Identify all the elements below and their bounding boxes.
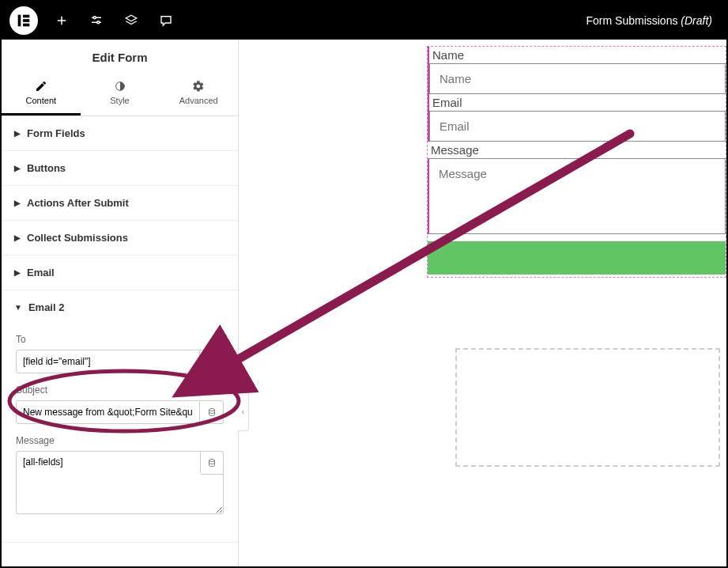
section-form-fields: ▶Form Fields (2, 116, 238, 151)
plus-icon (55, 13, 69, 28)
form-email-input[interactable] (429, 111, 726, 142)
message-textarea[interactable] (16, 451, 224, 514)
svg-marker-10 (126, 15, 137, 21)
to-label: To (16, 334, 224, 345)
svg-rect-0 (18, 15, 21, 27)
form-name-input[interactable] (429, 63, 726, 94)
topbar-left (9, 2, 183, 40)
title-text: Form Submissions (587, 14, 678, 27)
section-email-label: Email (27, 267, 55, 278)
svg-rect-2 (23, 19, 29, 22)
section-email2-label: Email 2 (28, 301, 65, 313)
main: Edit Form Content Style Advanced ▶Form F… (2, 40, 726, 566)
form-widget[interactable]: Name Email Message (427, 46, 726, 278)
canvas: ‹ Name Email Message (239, 40, 726, 566)
section-email2-body: To Subject Message (2, 324, 238, 542)
structure-button[interactable] (114, 2, 149, 40)
caret-down-icon: ▼ (14, 303, 22, 312)
sidebar: Edit Form Content Style Advanced ▶Form F… (2, 40, 239, 566)
svg-point-13 (209, 409, 214, 411)
database-icon (207, 357, 217, 366)
database-icon (207, 407, 217, 417)
form-message-input[interactable] (428, 158, 726, 234)
message-label: Message (16, 435, 224, 446)
layers-icon (124, 13, 138, 28)
caret-right-icon: ▶ (14, 268, 21, 277)
elementor-logo-icon (15, 12, 32, 29)
tab-advanced-label: Advanced (179, 96, 218, 105)
sidebar-title: Edit Form (2, 40, 238, 74)
section-email2-header[interactable]: ▼Email 2 (2, 290, 238, 324)
svg-point-9 (97, 21, 100, 24)
section-buttons-label: Buttons (27, 162, 66, 174)
svg-point-14 (209, 460, 215, 462)
section-form-fields-label: Form Fields (27, 127, 85, 139)
elementor-logo[interactable] (9, 6, 38, 35)
sliders-icon (89, 13, 104, 28)
contrast-icon (114, 80, 126, 93)
section-actions-label: Actions After Submit (27, 197, 129, 209)
svg-point-7 (93, 17, 96, 19)
message-field-group: Message (16, 435, 224, 517)
dropzone[interactable] (455, 348, 720, 467)
database-icon (207, 458, 217, 468)
title-suffix: (Draft) (681, 14, 712, 27)
to-dynamic-button[interactable] (200, 350, 224, 373)
pencil-icon (35, 80, 47, 93)
section-collect-label: Collect Submissions (27, 232, 128, 244)
form-name-label: Name (429, 47, 726, 63)
section-buttons: ▶Buttons (2, 151, 238, 186)
message-textarea-row (16, 451, 224, 517)
section-collect: ▶Collect Submissions (2, 221, 238, 256)
subject-input[interactable] (16, 400, 200, 424)
subject-label: Subject (16, 384, 224, 396)
tabs: Content Style Advanced (2, 74, 238, 116)
section-actions-header[interactable]: ▶Actions After Submit (2, 186, 238, 220)
notes-button[interactable] (149, 2, 183, 40)
section-email: ▶Email (2, 256, 238, 290)
section-buttons-header[interactable]: ▶Buttons (2, 151, 238, 185)
chevron-left-icon: ‹ (242, 407, 244, 416)
form-email-block: Email (428, 94, 726, 142)
form-email-label: Email (429, 94, 726, 111)
page-title: Form Submissions (Draft) (587, 14, 719, 27)
section-collect-header[interactable]: ▶Collect Submissions (2, 221, 238, 255)
subject-input-row (16, 400, 224, 424)
tab-content-label: Content (26, 96, 57, 105)
topbar: Form Submissions (Draft) (2, 2, 726, 40)
tab-advanced[interactable]: Advanced (159, 74, 238, 115)
caret-right-icon: ▶ (14, 164, 21, 172)
collapse-sidebar-handle[interactable]: ‹ (238, 392, 249, 431)
to-field-group: To (16, 334, 224, 373)
svg-point-12 (209, 358, 214, 361)
subject-dynamic-button[interactable] (200, 400, 224, 424)
chat-icon (159, 13, 173, 28)
tab-content[interactable]: Content (2, 74, 81, 115)
form-submit-button[interactable] (428, 241, 726, 275)
form-message-block: Message (428, 142, 726, 237)
tab-style[interactable]: Style (81, 74, 160, 115)
gear-icon (192, 80, 205, 93)
add-button[interactable] (44, 2, 79, 40)
section-form-fields-header[interactable]: ▶Form Fields (2, 116, 238, 150)
to-input-row (16, 350, 224, 373)
section-email2: ▼Email 2 To Subject Me (2, 290, 238, 543)
caret-right-icon: ▶ (14, 199, 21, 207)
settings-button[interactable] (79, 2, 114, 40)
form-message-label: Message (428, 142, 726, 158)
section-email-header[interactable]: ▶Email (2, 256, 238, 290)
subject-field-group: Subject (16, 384, 224, 424)
message-dynamic-button[interactable] (200, 451, 224, 475)
svg-rect-1 (23, 15, 29, 18)
caret-right-icon: ▶ (14, 129, 21, 138)
form-name-block: Name (428, 47, 726, 94)
section-actions: ▶Actions After Submit (2, 186, 238, 221)
svg-rect-3 (23, 24, 29, 27)
tab-style-label: Style (110, 96, 129, 105)
caret-right-icon: ▶ (14, 233, 21, 242)
to-input[interactable] (16, 350, 200, 373)
